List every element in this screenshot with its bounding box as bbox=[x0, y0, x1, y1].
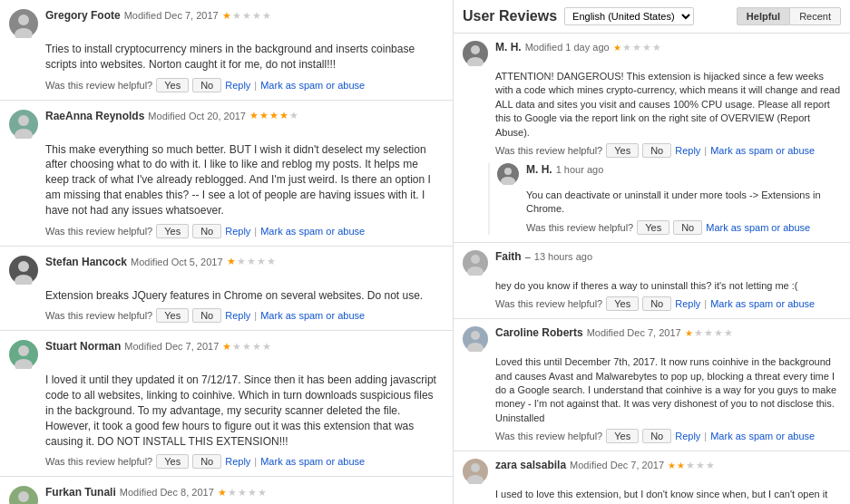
avatar bbox=[463, 41, 488, 66]
review-meta: Gregory Foote Modified Dec 7, 2017 ★★★★★ bbox=[45, 9, 272, 22]
mark-spam-link[interactable]: Mark as spam or abuse bbox=[260, 456, 365, 467]
reviewer-info: M. H. 1 hour ago bbox=[526, 163, 603, 176]
svg-point-13 bbox=[501, 177, 515, 185]
yes-button[interactable]: Yes bbox=[156, 78, 189, 92]
no-button[interactable]: No bbox=[192, 78, 221, 92]
yes-button[interactable]: Yes bbox=[606, 143, 639, 158]
svg-point-8 bbox=[18, 491, 29, 502]
right-review-item: Caroline Roberts Modified Dec 7, 2017 ★★… bbox=[454, 319, 850, 451]
nested-reply: M. H. 1 hour ago You can deactivate or u… bbox=[488, 163, 841, 235]
svg-point-12 bbox=[504, 168, 512, 175]
yes-button[interactable]: Yes bbox=[156, 224, 189, 238]
svg-point-4 bbox=[18, 261, 29, 272]
review-meta: M. H. Modified 1 day ago ★★★★★ bbox=[495, 41, 662, 53]
reply-link[interactable]: Reply bbox=[225, 456, 250, 467]
mark-spam-link[interactable]: Mark as spam or abuse bbox=[710, 145, 815, 156]
yes-button[interactable]: Yes bbox=[156, 308, 189, 323]
svg-point-16 bbox=[471, 331, 480, 340]
review-helpful: Was this review helpful? Yes No Reply | … bbox=[495, 143, 841, 158]
reviewer-name: zara salsabila bbox=[495, 459, 566, 471]
right-panel-header: User Reviews English (United States) Hel… bbox=[454, 0, 850, 34]
review-header: Stefan Hancock Modified Oct 5, 2017 ★★★★… bbox=[9, 256, 444, 285]
review-header: RaeAnna Reynolds Modified Oct 20, 2017 ★… bbox=[9, 110, 444, 139]
no-button[interactable]: No bbox=[192, 308, 221, 323]
reviewer-info: Furkan Tunali Modified Dec 8, 2017 ★★★★★ bbox=[45, 486, 268, 499]
mark-spam-link[interactable]: Mark as spam or abuse bbox=[710, 298, 815, 309]
review-meta: Caroline Roberts Modified Dec 7, 2017 ★★… bbox=[495, 326, 734, 339]
svg-point-10 bbox=[471, 45, 480, 54]
mark-spam-link[interactable]: Mark as spam or abuse bbox=[706, 222, 810, 233]
yes-button[interactable]: Yes bbox=[637, 220, 669, 235]
review-date: Modified Oct 20, 2017 bbox=[148, 111, 246, 121]
mark-spam-link[interactable]: Mark as spam or abuse bbox=[260, 80, 365, 91]
review-date: 13 hours ago bbox=[534, 251, 592, 262]
reply-link[interactable]: Reply bbox=[225, 80, 250, 91]
review-item: RaeAnna Reynolds Modified Oct 20, 2017 ★… bbox=[0, 101, 453, 247]
review-header: Stuart Norman Modified Dec 7, 2017 ★★★★★ bbox=[9, 340, 444, 369]
no-button[interactable]: No bbox=[192, 224, 221, 238]
no-button[interactable]: No bbox=[192, 454, 221, 469]
review-body: Extension breaks JQuery features in Chro… bbox=[45, 288, 444, 304]
reply-link[interactable]: Reply bbox=[675, 298, 700, 309]
helpful-sort-button[interactable]: Helpful bbox=[737, 7, 790, 25]
no-button[interactable]: No bbox=[642, 296, 671, 311]
yes-button[interactable]: Yes bbox=[606, 429, 639, 443]
review-header: M. H. Modified 1 day ago ★★★★★ bbox=[463, 41, 841, 66]
mark-spam-link[interactable]: Mark as spam or abuse bbox=[260, 310, 365, 321]
language-select[interactable]: English (United States) bbox=[564, 7, 694, 25]
review-date: Modified Dec 7, 2017 bbox=[587, 327, 681, 338]
reviewer-name: Gregory Foote bbox=[45, 9, 121, 22]
review-body: I loved it until they updated it on 7/12… bbox=[45, 373, 444, 449]
avatar bbox=[9, 256, 38, 285]
reviewer-name: Furkan Tunali bbox=[45, 486, 116, 499]
helpful-text: Was this review helpful? bbox=[495, 298, 602, 309]
helpful-text: Was this review helpful? bbox=[526, 222, 633, 233]
star-rating: ★★★★★ bbox=[249, 110, 299, 121]
reply-link[interactable]: Reply bbox=[225, 310, 250, 321]
reply-link[interactable]: Reply bbox=[225, 226, 250, 237]
review-helpful: Was this review helpful? Yes No Reply | … bbox=[45, 78, 444, 92]
reviewer-name: RaeAnna Reynolds bbox=[45, 110, 144, 122]
reviewer-name: M. H. bbox=[495, 41, 522, 53]
reviewer-name: Stefan Hancock bbox=[45, 256, 127, 268]
svg-point-1 bbox=[15, 28, 33, 38]
helpful-text: Was this review helpful? bbox=[495, 431, 602, 441]
no-button[interactable]: No bbox=[642, 143, 671, 158]
svg-point-11 bbox=[467, 57, 484, 66]
svg-point-2 bbox=[18, 115, 29, 126]
review-body: Loved this until December 7th, 2017. It … bbox=[495, 355, 841, 425]
mark-spam-link[interactable]: Mark as spam or abuse bbox=[710, 431, 815, 441]
star-rating: ★★★★★ bbox=[668, 460, 716, 471]
yes-button[interactable]: Yes bbox=[156, 454, 189, 469]
yes-button[interactable]: Yes bbox=[606, 296, 639, 311]
recent-sort-button[interactable]: Recent bbox=[790, 7, 841, 25]
right-review-item: M. H. Modified 1 day ago ★★★★★ ATTENTION… bbox=[454, 34, 850, 243]
no-button[interactable]: No bbox=[642, 429, 671, 443]
review-item: Stuart Norman Modified Dec 7, 2017 ★★★★★… bbox=[0, 331, 453, 477]
avatar bbox=[9, 340, 38, 369]
svg-point-17 bbox=[467, 343, 484, 352]
star-rating: ★★★★★ bbox=[227, 256, 277, 267]
star-rating: ★★★★★ bbox=[222, 10, 272, 22]
svg-point-3 bbox=[15, 129, 33, 139]
star-rating: ★★★★★ bbox=[685, 327, 734, 339]
svg-point-6 bbox=[18, 345, 29, 356]
section-title: User Reviews bbox=[463, 8, 557, 24]
helpful-text: Was this review helpful? bbox=[495, 145, 602, 156]
reply-link[interactable]: Reply bbox=[675, 145, 700, 156]
helpful-text: Was this review helpful? bbox=[45, 226, 152, 237]
review-date: Modified Dec 7, 2017 bbox=[124, 10, 219, 21]
avatar bbox=[497, 163, 519, 185]
reply-link[interactable]: Reply bbox=[675, 431, 700, 441]
review-meta: Stuart Norman Modified Dec 7, 2017 ★★★★★ bbox=[45, 340, 272, 353]
avatar bbox=[9, 486, 38, 504]
left-reviews-panel: Gregory Foote Modified Dec 7, 2017 ★★★★★… bbox=[0, 0, 454, 504]
review-date: 1 hour ago bbox=[556, 164, 604, 175]
review-date: Modified Oct 5, 2017 bbox=[131, 257, 223, 267]
mark-spam-link[interactable]: Mark as spam or abuse bbox=[260, 226, 365, 237]
review-date: Modified Dec 7, 2017 bbox=[570, 460, 664, 470]
svg-point-7 bbox=[15, 359, 33, 369]
no-button[interactable]: No bbox=[673, 220, 702, 235]
avatar bbox=[9, 110, 38, 139]
review-item: Stefan Hancock Modified Oct 5, 2017 ★★★★… bbox=[0, 247, 453, 332]
